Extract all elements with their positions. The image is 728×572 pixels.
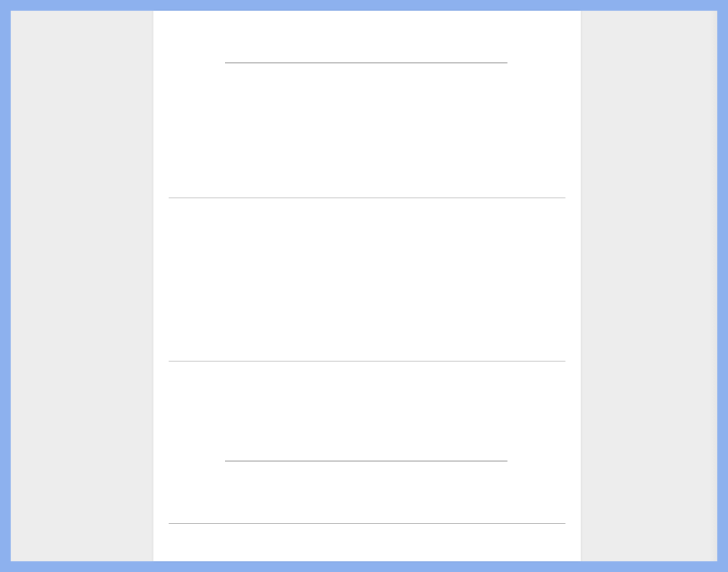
divider-line-long bbox=[169, 361, 565, 362]
page-shadow bbox=[710, 11, 717, 561]
right-margin bbox=[581, 11, 717, 561]
divider-line-short bbox=[225, 63, 507, 63]
document-page[interactable] bbox=[153, 11, 581, 561]
divider-line-long bbox=[169, 523, 565, 524]
document-frame bbox=[11, 11, 717, 561]
left-margin bbox=[11, 11, 153, 561]
divider-line-short bbox=[225, 461, 507, 461]
divider-line-long bbox=[169, 198, 565, 198]
